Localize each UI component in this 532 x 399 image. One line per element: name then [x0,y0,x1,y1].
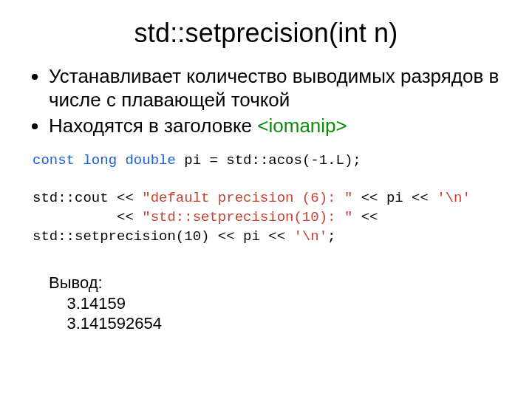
bullet-text: Находятся в заголовке [49,115,257,137]
bullet-list: Устанавливает количество выводимых разря… [30,65,502,138]
output-label: Вывод: [49,273,103,292]
string-literal: "default precision (6): " [142,190,352,206]
slide: std::setprecision(int n) Устанавливает к… [0,0,532,399]
output-value: 3.141592654 [66,314,161,332]
header-name: <iomanip> [257,115,347,137]
bullet-item: Находятся в заголовке <iomanip> [49,115,502,138]
bullet-item: Устанавливает количество выводимых разря… [49,65,502,112]
code-block: const long double pi = std::acos(-1.L); … [33,151,502,246]
code-text: << pi << [352,190,437,206]
code-text: std::setprecision(10) << pi << [33,228,293,245]
page-title: std::setprecision(int n) [30,18,502,49]
char-literal: '\n' [437,190,471,206]
string-literal: "std::setprecision(10): " [142,209,352,225]
code-text: std::cout << [33,190,142,206]
output-value: 3.14159 [66,294,126,313]
char-literal: '\n' [293,228,327,245]
code-text: << [33,209,142,225]
keyword-const: const [33,152,75,168]
code-text: ; [327,228,335,245]
keyword-double: double [125,152,175,168]
bullet-text: Устанавливает количество выводимых разря… [49,65,499,111]
code-text: << [352,209,386,225]
output-block: Вывод: 3.14159 3.141592654 [49,273,502,334]
keyword-long: long [83,152,117,168]
code-text: pi = std::acos(-1.L); [176,152,361,168]
